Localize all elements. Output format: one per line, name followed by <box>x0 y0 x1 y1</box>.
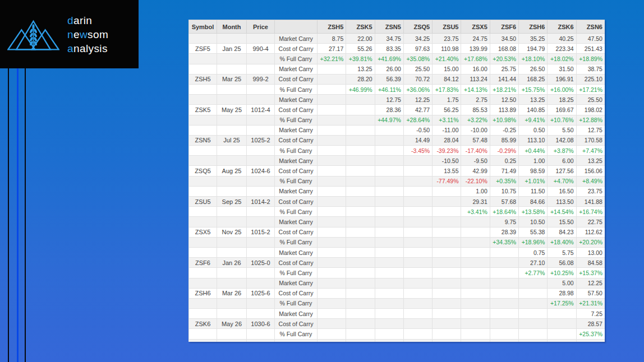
cell-value: 84.66 <box>519 197 548 207</box>
cell-price <box>247 278 275 288</box>
cell-value <box>548 339 576 342</box>
cell-value <box>461 288 490 298</box>
cell-value <box>375 258 403 268</box>
cell-value <box>490 298 518 308</box>
cell-value: +0.35% <box>490 176 518 186</box>
cell-month <box>217 329 247 339</box>
cell-month <box>217 309 247 319</box>
cell-value: 9.75 <box>490 217 518 227</box>
cell-value: 28.57 <box>576 319 605 329</box>
cell-value: 5.00 <box>548 278 576 288</box>
table-row: % Full Carry+17.25%+21.31% <box>189 298 605 308</box>
logo: darinnewsomanalysis <box>0 0 139 68</box>
cell-value: 27.10 <box>519 258 548 268</box>
cell-value <box>490 268 518 278</box>
cell-value: +18.10% <box>519 54 548 64</box>
cell-value <box>548 309 576 319</box>
cell-value <box>318 339 346 342</box>
cell-value: 8.75 <box>318 34 346 44</box>
cell-month <box>217 278 247 288</box>
cell-symbol <box>189 84 217 94</box>
cell-value <box>346 309 375 319</box>
cell-row-label: Cost of Carry <box>275 105 318 115</box>
cell-row-label: Market Carry <box>275 125 318 135</box>
cell-value: 168.25 <box>519 74 548 84</box>
cell-value: 6.00 <box>548 156 576 166</box>
cell-value: 141.44 <box>490 74 518 84</box>
cell-value <box>346 156 375 166</box>
cell-value <box>318 319 346 329</box>
cell-value <box>461 268 490 278</box>
cell-price <box>247 207 275 217</box>
column-header-contract: ZSH5 <box>318 20 346 34</box>
cell-value: -22.10% <box>461 176 490 186</box>
cell-value: 16.50 <box>548 186 576 196</box>
cell-value: 16.00 <box>461 64 490 74</box>
cell-value <box>433 237 461 247</box>
cell-row-label: Market Carry <box>275 95 318 105</box>
cell-value: 0.75 <box>519 247 548 257</box>
cell-value: +12.88% <box>576 115 605 125</box>
cell-symbol <box>189 115 217 125</box>
cell-price <box>247 115 275 125</box>
cell-symbol: ZSF6 <box>189 258 217 268</box>
cell-symbol <box>189 298 217 308</box>
column-header-contract: ZSH6 <box>519 20 548 34</box>
cell-row-label: Market Carry <box>275 186 318 196</box>
cell-value: 194.79 <box>519 44 548 54</box>
cell-price: 1015-2 <box>247 227 275 237</box>
table-row: ZSH6Mar 261025-6Cost of Carry28.9857.50 <box>189 288 605 298</box>
cell-value: 12.75 <box>375 95 403 105</box>
table-row: Market Carry13.2526.0025.5015.0016.0025.… <box>189 64 605 74</box>
cell-month <box>217 54 247 64</box>
cell-price <box>247 309 275 319</box>
cell-value: +3.87% <box>548 146 576 156</box>
header-row: SymbolMonthPriceZSH5ZSK5ZSN5ZSQ5ZSU5ZSX5… <box>189 20 605 34</box>
cell-value <box>375 278 403 288</box>
cell-value: 15.00 <box>433 64 461 74</box>
cell-price: 1025-0 <box>247 258 275 268</box>
cell-price <box>247 247 275 257</box>
cell-value: +25.37% <box>576 329 605 339</box>
cell-value <box>490 258 518 268</box>
table-row: ZSH5Mar 25999-2Cost of Carry28.2056.3970… <box>189 74 605 84</box>
cell-price <box>247 237 275 247</box>
cell-row-label: Cost of Carry <box>275 135 318 145</box>
cell-value <box>519 288 548 298</box>
cell-month <box>217 115 247 125</box>
cell-value <box>346 339 375 342</box>
cell-value: 0.25 <box>490 156 518 166</box>
cell-row-label: Cost of Carry <box>275 319 318 329</box>
cell-value <box>403 288 432 298</box>
cell-symbol <box>189 95 217 105</box>
cell-value <box>403 329 432 339</box>
cell-row-label: % Full Carry <box>275 176 318 186</box>
cell-value: 57.68 <box>490 197 518 207</box>
cell-row-label: Cost of Carry <box>275 227 318 237</box>
cell-value: 55.38 <box>519 227 548 237</box>
cell-value: +4.70% <box>548 176 576 186</box>
cell-row-label: Cost of Carry <box>275 44 318 54</box>
table-row: ZSF5Jan 25990-4Cost of Carry27.1755.2683… <box>189 44 605 54</box>
cell-row-label: % Full Carry <box>275 84 318 94</box>
cell-value <box>375 156 403 166</box>
table-row: Market Carry-0.50-11.00-10.00-0.250.505.… <box>189 125 605 135</box>
cell-price <box>247 34 275 44</box>
cell-value <box>490 288 518 298</box>
cell-row-label: Market Carry <box>275 309 318 319</box>
cell-value: +20.53% <box>490 54 518 64</box>
cell-month <box>217 186 247 196</box>
table-row: % Full Carry-77.49%-22.10%+0.35%+1.01%+4… <box>189 176 605 186</box>
cell-value: 251.43 <box>576 44 605 54</box>
cell-value: +46.11% <box>375 84 403 94</box>
cell-value: +16.74% <box>576 207 605 217</box>
cell-value <box>461 217 490 227</box>
cell-value <box>461 319 490 329</box>
cell-row-label: % Full Carry <box>275 329 318 339</box>
cell-value <box>346 298 375 308</box>
cell-value: +34.35% <box>490 237 518 247</box>
cell-symbol: ZSH5 <box>189 74 217 84</box>
cell-value: 28.04 <box>433 135 461 145</box>
cell-value: +14.13% <box>461 84 490 94</box>
cell-value <box>519 329 548 339</box>
